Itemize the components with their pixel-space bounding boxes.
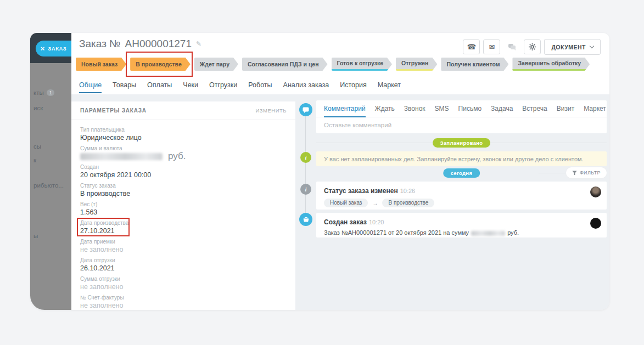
- feed-tab-market[interactable]: Маркет: [584, 100, 606, 117]
- gear-icon: [528, 43, 536, 51]
- info-icon: i: [300, 184, 311, 195]
- feed-tab-wait[interactable]: Ждать: [375, 100, 395, 117]
- sidebar-item-label: кты: [33, 89, 44, 96]
- settings-button[interactable]: [524, 39, 541, 54]
- sidebar-item-search[interactable]: иск: [33, 105, 43, 111]
- feed-tab-visit[interactable]: Визит: [557, 100, 574, 117]
- order-tabs: Общие Товары Оплаты Чеки Отгрузки Роботы…: [79, 81, 401, 93]
- info-icon: i: [300, 152, 311, 163]
- pipeline-stage-shipped[interactable]: Отгружен: [396, 58, 437, 71]
- email-button[interactable]: ✉: [483, 39, 500, 54]
- field-label: Создан: [80, 164, 287, 170]
- field-sum-currency: Сумма и валюта руб.: [80, 145, 287, 160]
- tab-history[interactable]: История: [340, 81, 366, 93]
- mail-icon: ✉: [489, 43, 495, 51]
- feed-tab-letter[interactable]: Письмо: [458, 100, 482, 117]
- sidebar-item-distributor[interactable]: рибьюто...: [33, 182, 64, 189]
- event-time: 10:26: [400, 188, 416, 194]
- feed-tab-task[interactable]: Задача: [491, 100, 513, 117]
- sidebar-item[interactable]: сы: [33, 143, 41, 150]
- call-button[interactable]: ☎: [463, 39, 480, 54]
- filter-button[interactable]: ФИЛЬТР: [566, 167, 607, 178]
- sidebar-item-label: сы: [33, 143, 41, 150]
- field-weight: Вес (т) 1.563: [80, 201, 287, 216]
- chat-button[interactable]: [503, 39, 520, 54]
- edit-params-link[interactable]: ИЗМЕНИТЬ: [255, 108, 287, 114]
- event-status-changed: Статус заказа изменен10:26 Новый заказ →…: [316, 182, 607, 210]
- field-created: Создан 20 октября 2021 00:00: [80, 164, 287, 179]
- planned-badge: Запланировано: [433, 138, 491, 148]
- chat-icon: [508, 43, 517, 51]
- basket-icon: [299, 213, 312, 226]
- notice-text: У вас нет запланированных дел. Запланиру…: [324, 156, 584, 162]
- sidebar-item[interactable]: ы: [33, 233, 38, 239]
- field-label: Дата приемки: [80, 239, 287, 245]
- chevron-down-icon: [590, 44, 594, 48]
- count-badge: 1: [47, 89, 55, 96]
- comment-input[interactable]: Оставьте комментарий: [316, 117, 607, 133]
- page-title: Заказ № АН000001271 ✎: [79, 38, 201, 50]
- event-text: Заказ №АН000001271 от 20 октября 2021 на…: [324, 229, 585, 236]
- planned-separator: Запланировано: [316, 138, 607, 147]
- field-label: Тип плательщика: [80, 127, 287, 133]
- pipeline-stage-approval[interactable]: Согласования ПДЗ и цен: [242, 58, 328, 71]
- sidebar-item[interactable]: к: [33, 157, 36, 163]
- event-order-created: Создан заказ10:20 Заказ №АН000001271 от …: [316, 213, 607, 237]
- main-area: Заказ № АН000001271 ✎ ☎ ✉: [71, 33, 609, 310]
- feed-tab-sms[interactable]: SMS: [435, 100, 449, 117]
- tab-analysis[interactable]: Анализ заказа: [283, 81, 329, 93]
- no-tasks-notice: У вас нет запланированных дел. Запланиру…: [316, 151, 607, 166]
- close-icon[interactable]: ×: [41, 45, 45, 52]
- redacted-sum: [80, 153, 163, 160]
- params-title: ПАРАМЕТРЫ ЗАКАЗА: [80, 108, 147, 114]
- header-actions: ☎ ✉: [463, 39, 601, 55]
- tab-payments[interactable]: Оплаты: [147, 81, 172, 93]
- order-header: Заказ № АН000001271 ✎ ☎ ✉: [71, 33, 609, 94]
- today-badge: сегодня: [443, 168, 480, 178]
- tab-shipments[interactable]: Отгрузки: [209, 81, 237, 93]
- pipeline-stage-in-production[interactable]: В производстве: [130, 58, 191, 71]
- field-label: Вес (т): [80, 201, 287, 207]
- feed-tab-meeting[interactable]: Встреча: [522, 100, 547, 117]
- avatar: [590, 186, 601, 197]
- sidebar-item-label: к: [33, 157, 36, 163]
- event-title: Статус заказа изменен10:26: [324, 187, 585, 195]
- funnel-icon: [572, 171, 577, 176]
- document-button[interactable]: ДОКУМЕНТ: [544, 39, 601, 55]
- field-production-date: Дата производства 27.10.2021: [80, 220, 287, 235]
- tab-receipts[interactable]: Чеки: [183, 81, 198, 93]
- sidebar-item-contacts[interactable]: кты 1: [33, 89, 54, 96]
- phone-icon: ☎: [467, 43, 476, 51]
- order-title-prefix: Заказ №: [79, 38, 121, 50]
- timeline-rail: [305, 110, 306, 220]
- order-number: АН000001271: [125, 38, 192, 50]
- field-shipping-date: Дата отгрузки 26.10.2021: [80, 257, 287, 272]
- filter-label: ФИЛЬТР: [580, 170, 601, 176]
- tab-market[interactable]: Маркет: [378, 81, 401, 93]
- tab-products[interactable]: Товары: [113, 81, 136, 93]
- pipeline-stage-received[interactable]: Получен клиентом: [441, 58, 508, 71]
- feed-tab-comment[interactable]: Комментарий: [324, 100, 366, 117]
- field-value: 1.563: [80, 208, 287, 216]
- redacted-sum: [471, 231, 505, 236]
- field-payer-type: Тип плательщика Юридическое лицо: [80, 127, 287, 142]
- comment-bubble-icon: [299, 103, 312, 116]
- sidebar-item-label: ы: [33, 233, 38, 239]
- field-label: Статус заказа: [80, 183, 287, 189]
- event-time: 10:20: [369, 219, 384, 225]
- field-label: № Счет-фактуры: [80, 295, 287, 301]
- pipeline-stage-new[interactable]: Новый заказ: [76, 58, 126, 71]
- edit-title-icon[interactable]: ✎: [196, 40, 201, 48]
- tab-robots[interactable]: Роботы: [248, 81, 272, 93]
- field-value: Юридическое лицо: [80, 134, 287, 142]
- arrow-right-icon: →: [372, 200, 378, 206]
- tab-general[interactable]: Общие: [79, 81, 102, 93]
- sidebar: × ЗАКАЗ кты 1 иск сы к рибьюто... ы: [30, 33, 71, 310]
- order-tab[interactable]: × ЗАКАЗ: [36, 41, 71, 56]
- sidebar-item-label: рибьюто...: [33, 182, 64, 189]
- comment-widget: Комментарий Ждать Звонок SMS Письмо Зада…: [316, 100, 607, 133]
- feed-tab-call[interactable]: Звонок: [404, 100, 425, 117]
- pipeline-stage-waiting[interactable]: Ждет пару: [194, 58, 238, 71]
- pipeline-stage-ready[interactable]: Готов к отгрузке: [332, 58, 393, 71]
- pipeline-stage-finish[interactable]: Завершить обработку: [512, 58, 590, 71]
